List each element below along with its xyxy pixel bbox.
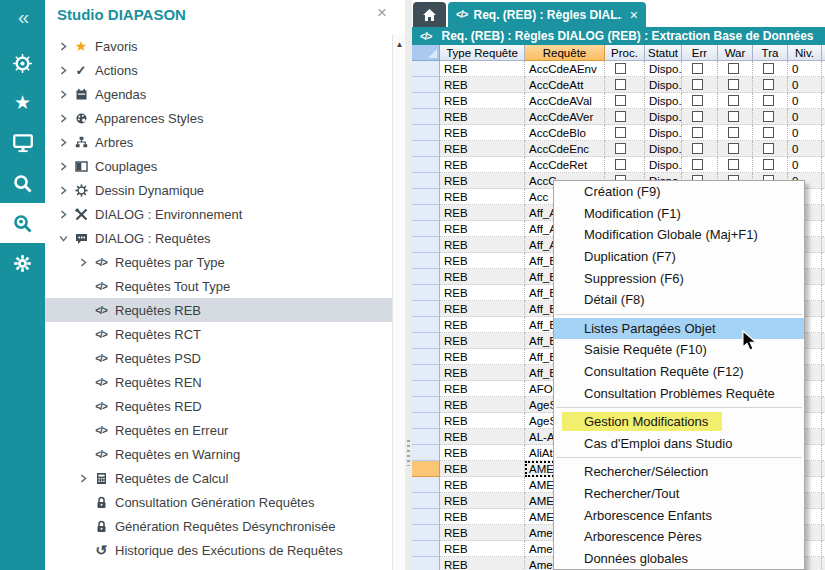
checkbox-tra[interactable] bbox=[753, 125, 788, 141]
cell-type-requete[interactable]: REB bbox=[440, 381, 525, 397]
menu-item-d-tail-f8-[interactable]: Détail (F8) bbox=[554, 289, 804, 311]
cell-type-requete[interactable]: REB bbox=[440, 173, 525, 189]
cell-type-requete[interactable]: REB bbox=[440, 77, 525, 93]
menu-item-rechercher-tout[interactable]: Rechercher/Tout bbox=[554, 483, 804, 505]
cell-statut[interactable]: Dispo. bbox=[645, 93, 682, 109]
checkbox-unchecked[interactable] bbox=[728, 79, 739, 90]
tree-item-consultation-g-n-ration-requ-tes[interactable]: Consultation Génération Requêtes bbox=[45, 490, 392, 514]
menu-item-saisie-requ-te-f10-[interactable]: Saisie Requête (F10) bbox=[554, 339, 804, 361]
cell-type-requete[interactable]: REB bbox=[440, 557, 525, 570]
checkbox-unchecked[interactable] bbox=[763, 127, 774, 138]
checkbox-proc[interactable] bbox=[605, 157, 645, 173]
cell-type-requete[interactable]: REB bbox=[440, 461, 525, 477]
menu-item-cr-ation-f9-[interactable]: Création (F9) bbox=[554, 181, 804, 203]
panel-splitter[interactable] bbox=[405, 0, 412, 570]
menu-item-rechercher-s-lection[interactable]: Rechercher/Sélection bbox=[554, 461, 804, 483]
cell-type-requete[interactable]: REB bbox=[440, 109, 525, 125]
chevron-right-icon[interactable] bbox=[55, 158, 71, 174]
checkbox-war[interactable] bbox=[718, 93, 753, 109]
cell-niv[interactable]: 0 bbox=[788, 93, 822, 109]
table-row[interactable]: REBAccCdeAEnvDispo.0 bbox=[412, 61, 825, 77]
table-row[interactable]: REBAccCdeAVerDispo.0 bbox=[412, 109, 825, 125]
menu-item-donn-es-globales[interactable]: Données globales bbox=[554, 548, 804, 570]
chevron-right-icon[interactable] bbox=[55, 206, 71, 222]
cell-statut[interactable]: Dispo. bbox=[645, 77, 682, 93]
close-icon[interactable]: × bbox=[377, 4, 387, 21]
table-row[interactable]: REBAccCdeRetDispo.0 bbox=[412, 157, 825, 173]
rail-item-search[interactable] bbox=[0, 163, 45, 203]
active-tab[interactable]: </> Req. (REB) : Règles DIAL... × bbox=[448, 2, 646, 27]
cell-requete[interactable]: AccCdeAVer bbox=[525, 109, 605, 125]
menu-item-modification-globale-maj-f1-[interactable]: Modification Globale (Maj+F1) bbox=[554, 224, 804, 246]
home-tab[interactable] bbox=[413, 2, 446, 27]
cell-statut[interactable]: Dispo. bbox=[645, 61, 682, 77]
cell-type-requete[interactable]: REB bbox=[440, 93, 525, 109]
tree-item-requ-tes-par-type[interactable]: </>Requêtes par Type bbox=[45, 250, 392, 274]
cell-type-requete[interactable]: REB bbox=[440, 253, 525, 269]
chevron-right-icon[interactable] bbox=[55, 86, 71, 102]
checkbox-war[interactable] bbox=[718, 61, 753, 77]
checkbox-tra[interactable] bbox=[753, 109, 788, 125]
checkbox-unchecked[interactable] bbox=[763, 79, 774, 90]
chevron-right-icon[interactable] bbox=[75, 254, 91, 270]
tree-item-requ-tes-reb[interactable]: </>Requêtes REB bbox=[45, 298, 392, 322]
checkbox-unchecked[interactable] bbox=[692, 95, 703, 106]
tree-item-favoris[interactable]: ★Favoris bbox=[45, 34, 392, 58]
chevron-down-icon[interactable] bbox=[55, 230, 71, 246]
checkbox-proc[interactable] bbox=[605, 93, 645, 109]
cell-niv[interactable]: 0 bbox=[788, 141, 822, 157]
checkbox-unchecked[interactable] bbox=[728, 127, 739, 138]
table-row[interactable]: REBAccCdeEncDispo.0 bbox=[412, 141, 825, 157]
cell-requete[interactable]: AccCdeBlo bbox=[525, 125, 605, 141]
checkbox-unchecked[interactable] bbox=[728, 143, 739, 154]
checkbox-unchecked[interactable] bbox=[615, 63, 626, 74]
cell-type-requete[interactable]: REB bbox=[440, 445, 525, 461]
tree-item-dialog-requ-tes[interactable]: DIALOG : Requêtes bbox=[45, 226, 392, 250]
checkbox-unchecked[interactable] bbox=[692, 127, 703, 138]
tree-item-requ-tes-ren[interactable]: </>Requêtes REN bbox=[45, 370, 392, 394]
tree-item-dialog-environnement[interactable]: DIALOG : Environnement bbox=[45, 202, 392, 226]
cell-type-requete[interactable]: REB bbox=[440, 493, 525, 509]
cell-type-requete[interactable]: REB bbox=[440, 333, 525, 349]
cell-type-requete[interactable]: REB bbox=[440, 525, 525, 541]
tree-item-requ-tes-red[interactable]: </>Requêtes RED bbox=[45, 394, 392, 418]
menu-item-arborescence-p-res[interactable]: Arborescence Pères bbox=[554, 526, 804, 548]
menu-item-arborescence-enfants[interactable]: Arborescence Enfants bbox=[554, 504, 804, 526]
checkbox-unchecked[interactable] bbox=[692, 159, 703, 170]
menu-item-listes-partag-es-objet[interactable]: Listes Partagées Objet bbox=[554, 318, 804, 340]
checkbox-proc[interactable] bbox=[605, 61, 645, 77]
tree-item-requ-tes-en-warning[interactable]: </>Requêtes en Warning bbox=[45, 442, 392, 466]
checkbox-war[interactable] bbox=[718, 77, 753, 93]
checkbox-unchecked[interactable] bbox=[728, 159, 739, 170]
checkbox-unchecked[interactable] bbox=[615, 79, 626, 90]
cell-requete[interactable]: AccCdeAtt bbox=[525, 77, 605, 93]
cell-type-requete[interactable]: REB bbox=[440, 61, 525, 77]
chevron-right-icon[interactable] bbox=[55, 110, 71, 126]
tree-scrollbar[interactable]: ▲ bbox=[392, 34, 405, 570]
column-header-requ-te[interactable]: Requête bbox=[525, 45, 605, 61]
cell-type-requete[interactable]: REB bbox=[440, 477, 525, 493]
menu-item-consultation-requ-te-f12-[interactable]: Consultation Requête (F12) bbox=[554, 361, 804, 383]
checkbox-war[interactable] bbox=[718, 125, 753, 141]
checkbox-err[interactable] bbox=[682, 109, 718, 125]
cell-type-requete[interactable]: REB bbox=[440, 221, 525, 237]
cell-type-requete[interactable]: REB bbox=[440, 125, 525, 141]
table-row[interactable]: REBAccCdeBloDispo.0 bbox=[412, 125, 825, 141]
scroll-up-icon[interactable]: ▲ bbox=[393, 40, 406, 49]
column-header-err[interactable]: Err bbox=[682, 45, 718, 61]
checkbox-proc[interactable] bbox=[605, 141, 645, 157]
tree-item-apparences-styles[interactable]: Apparences Styles bbox=[45, 106, 392, 130]
tree-item-actions[interactable]: ✓Actions bbox=[45, 58, 392, 82]
checkbox-war[interactable] bbox=[718, 109, 753, 125]
checkbox-unchecked[interactable] bbox=[728, 63, 739, 74]
column-header-niv-[interactable]: Niv. bbox=[788, 45, 822, 61]
checkbox-unchecked[interactable] bbox=[692, 63, 703, 74]
checkbox-err[interactable] bbox=[682, 125, 718, 141]
cell-statut[interactable]: Dispo. bbox=[645, 125, 682, 141]
column-header-tra[interactable]: Tra bbox=[753, 45, 788, 61]
column-header-statut[interactable]: Statut bbox=[645, 45, 682, 61]
checkbox-proc[interactable] bbox=[605, 77, 645, 93]
tree-item-couplages[interactable]: Couplages bbox=[45, 154, 392, 178]
checkbox-war[interactable] bbox=[718, 141, 753, 157]
cell-statut[interactable]: Dispo. bbox=[645, 157, 682, 173]
